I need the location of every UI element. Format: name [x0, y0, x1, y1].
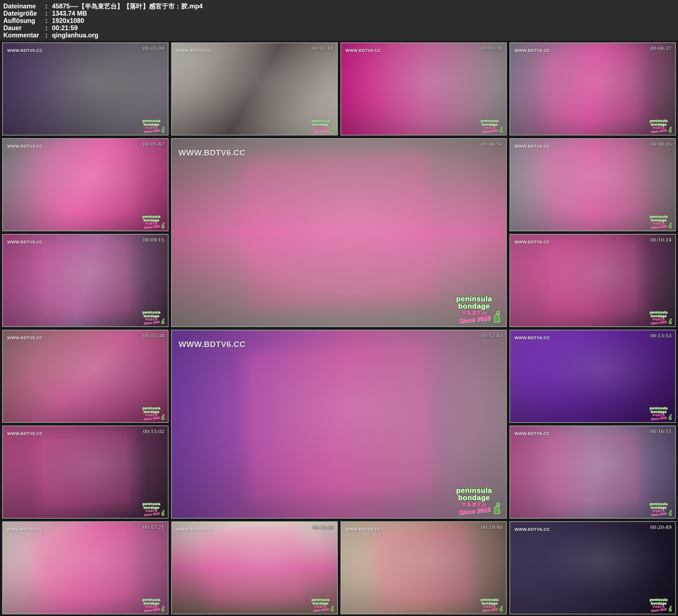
logo-since-text: Since 2018	[651, 129, 667, 133]
video-frame-tile: WWW.BDTV6.CC 00:11:34 peninsulabondage半岛…	[2, 330, 168, 423]
logo-word-2: bondage	[651, 602, 667, 605]
filename-value: 45875----【半岛束艺台】【落叶】感官于市：胶.mp4	[52, 2, 674, 10]
kneeling-figure-icon	[668, 223, 672, 228]
kneeling-figure-icon	[499, 606, 503, 612]
logo-word-1: peninsula	[143, 598, 160, 602]
logo-word-1: peninsula	[456, 295, 492, 303]
logo-word-1: peninsula	[143, 215, 160, 218]
watermark-text: WWW.BDTV6.CC	[176, 527, 212, 532]
frame-timestamp: 00:20:49	[650, 525, 672, 530]
file-info-row: Dateiname : 45875----【半岛束艺台】【落叶】感官于市：胶.m…	[3, 2, 674, 10]
logo-since-text: Since 2018	[651, 512, 667, 516]
video-frame-tile: WWW.BDTV6.CC 00:08:05 peninsulabondage半岛…	[510, 138, 676, 231]
watermark-text: WWW.BDTV6.CC	[7, 431, 43, 436]
kneeling-figure-icon	[668, 127, 672, 132]
logo-word-2: bondage	[144, 410, 159, 414]
watermark-text: WWW.BDTV6.CC	[7, 48, 43, 53]
peninsula-bondage-logo: peninsulabondage半岛束艺台Since 2018	[650, 598, 672, 612]
logo-word-1: peninsula	[143, 119, 160, 123]
field-separator: :	[45, 2, 52, 10]
video-frame-tile: WWW.BDTV6.CC 00:09:15 peninsulabondage半岛…	[2, 234, 168, 327]
file-info-header: Dateiname : 45875----【半岛束艺台】【落叶】感官于市：胶.m…	[0, 0, 678, 41]
logo-word-1: peninsula	[650, 119, 668, 123]
logo-word-2: bondage	[458, 494, 490, 502]
video-frame-tile: WWW.BDTV6.CC 00:03:28 peninsulabondage半岛…	[341, 42, 507, 136]
video-frame-tile: WWW.BDTV6.CC 00:02:18 peninsulabondage半岛…	[171, 42, 337, 136]
logo-word-2: bondage	[144, 314, 159, 318]
watermark-text: WWW.BDTV6.CC	[515, 144, 550, 149]
kneeling-figure-icon	[161, 318, 165, 324]
logo-since-text: Since 2018	[651, 320, 667, 325]
logo-word-2: bondage	[144, 218, 159, 222]
logo-since-text: Since 2018	[143, 416, 159, 421]
kneeling-figure-icon	[493, 502, 502, 514]
logo-word-2: bondage	[651, 314, 667, 318]
logo-word-2: bondage	[482, 123, 497, 126]
logo-word-2: bondage	[651, 218, 667, 222]
watermark-text: WWW.BDTV6.CC	[515, 335, 550, 340]
field-label: Kommentar	[3, 32, 45, 39]
field-label: Auflösung	[3, 17, 45, 24]
frame-timestamp: 00:11:34	[143, 333, 164, 339]
frame-timestamp: 00:16:11	[650, 429, 672, 434]
video-frame-tile: WWW.BDTV6.CC 00:20:49 peninsulabondage半岛…	[510, 521, 676, 614]
kneeling-figure-icon	[330, 606, 334, 612]
video-frame-tile: WWW.BDTV6.CC 00:10:24 peninsulabondage半岛…	[510, 234, 676, 327]
video-frame-tile: WWW.BDTV6.CC 00:19:40 peninsulabondage半岛…	[341, 521, 507, 614]
watermark-text: WWW.BDTV6.CC	[515, 527, 550, 532]
logo-since-text: Since 2018	[482, 608, 498, 612]
frame-timestamp: 00:04:37	[650, 45, 672, 51]
logo-since-text: Since 2018	[312, 129, 329, 133]
watermark-text: WWW.BDTV6.CC	[179, 340, 246, 349]
frame-timestamp: 00:10:24	[650, 237, 672, 243]
watermark-text: WWW.BDTV6.CC	[7, 527, 43, 532]
peninsula-bondage-logo: peninsulabondage半岛束艺台Since 2018	[650, 406, 672, 420]
frame-timestamp: 00:09:15	[143, 237, 164, 243]
logo-word-2: bondage	[313, 602, 329, 605]
peninsula-bondage-logo: peninsulabondage半岛束艺台Since 2018	[650, 119, 672, 132]
frame-timestamp: 00:13:53	[650, 333, 672, 339]
logo-since-text: Since 2018	[143, 129, 159, 133]
logo-word-2: bondage	[144, 506, 159, 509]
watermark-text: WWW.BDTV6.CC	[515, 240, 550, 244]
field-label: Dauer	[3, 24, 45, 32]
peninsula-bondage-logo: peninsulabondage半岛束艺台Since 2018	[143, 119, 165, 132]
frame-timestamp: 00:18:30	[312, 525, 333, 530]
peninsula-bondage-logo: peninsulabondage半岛束艺台Since 2018	[481, 119, 503, 132]
logo-since-text: Since 2018	[651, 416, 667, 421]
logo-word-1: peninsula	[143, 502, 160, 506]
kneeling-figure-icon	[161, 606, 165, 612]
logo-word-2: bondage	[458, 303, 490, 310]
logo-word-1: peninsula	[143, 406, 160, 410]
field-separator: :	[45, 32, 52, 39]
logo-since-text: Since 2018	[458, 315, 490, 324]
frame-timestamp: 00:08:05	[650, 141, 672, 147]
watermark-text: WWW.BDTV6.CC	[346, 48, 381, 53]
watermark-text: WWW.BDTV6.CC	[515, 48, 550, 53]
watermark-text: WWW.BDTV6.CC	[179, 148, 246, 157]
kneeling-figure-icon	[161, 510, 165, 516]
logo-since-text: Since 2018	[143, 320, 159, 325]
field-label: Dateiname	[3, 2, 45, 10]
frame-timestamp: 00:06:56	[481, 141, 502, 147]
kneeling-figure-icon	[493, 311, 502, 322]
watermark-text: WWW.BDTV6.CC	[7, 240, 43, 244]
peninsula-bondage-logo: peninsulabondage半岛束艺台Since 2018	[481, 598, 503, 612]
video-frame-tile: WWW.BDTV6.CC 00:13:53 peninsulabondage半岛…	[510, 330, 676, 423]
field-separator: :	[45, 10, 52, 17]
logo-word-1: peninsula	[650, 215, 668, 218]
logo-word-1: peninsula	[650, 406, 668, 410]
kneeling-figure-icon	[668, 606, 672, 612]
kneeling-figure-icon	[668, 318, 672, 324]
watermark-text: WWW.BDTV6.CC	[515, 431, 550, 436]
kneeling-figure-icon	[668, 414, 672, 420]
thumbnail-grid: WWW.BDTV6.CC 00:01:09 peninsulabondage半岛…	[0, 41, 678, 616]
watermark-text: WWW.BDTV6.CC	[176, 48, 212, 53]
video-frame-tile: WWW.BDTV6.CC 00:15:02 peninsulabondage半岛…	[2, 426, 168, 518]
video-frame-tile: WWW.BDTV6.CC 00:01:09 peninsulabondage半岛…	[2, 42, 168, 136]
logo-word-1: peninsula	[650, 310, 668, 314]
logo-word-2: bondage	[144, 602, 159, 605]
frame-timestamp: 00:15:02	[143, 429, 164, 434]
frame-timestamp: 00:12:43	[481, 333, 502, 339]
logo-since-text: Since 2018	[458, 506, 490, 516]
